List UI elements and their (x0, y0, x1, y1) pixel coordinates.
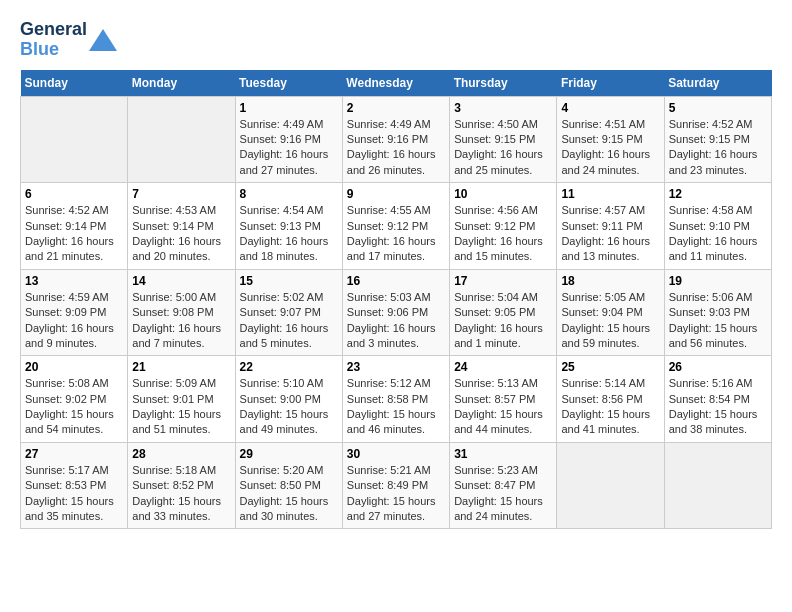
day-info: Sunrise: 4:51 AM Sunset: 9:15 PM Dayligh… (561, 117, 659, 179)
day-number: 30 (347, 447, 445, 461)
day-number: 29 (240, 447, 338, 461)
day-info: Sunrise: 5:17 AM Sunset: 8:53 PM Dayligh… (25, 463, 123, 525)
day-number: 11 (561, 187, 659, 201)
day-number: 15 (240, 274, 338, 288)
day-number: 16 (347, 274, 445, 288)
calendar-cell: 2Sunrise: 4:49 AM Sunset: 9:16 PM Daylig… (342, 96, 449, 183)
day-info: Sunrise: 5:18 AM Sunset: 8:52 PM Dayligh… (132, 463, 230, 525)
day-info: Sunrise: 4:50 AM Sunset: 9:15 PM Dayligh… (454, 117, 552, 179)
day-number: 3 (454, 101, 552, 115)
calendar-cell: 3Sunrise: 4:50 AM Sunset: 9:15 PM Daylig… (450, 96, 557, 183)
calendar-cell (21, 96, 128, 183)
day-number: 21 (132, 360, 230, 374)
day-number: 19 (669, 274, 767, 288)
day-info: Sunrise: 4:49 AM Sunset: 9:16 PM Dayligh… (240, 117, 338, 179)
day-info: Sunrise: 5:06 AM Sunset: 9:03 PM Dayligh… (669, 290, 767, 352)
calendar-cell: 9Sunrise: 4:55 AM Sunset: 9:12 PM Daylig… (342, 183, 449, 270)
day-number: 9 (347, 187, 445, 201)
calendar-body: 1Sunrise: 4:49 AM Sunset: 9:16 PM Daylig… (21, 96, 772, 529)
day-number: 7 (132, 187, 230, 201)
day-info: Sunrise: 5:08 AM Sunset: 9:02 PM Dayligh… (25, 376, 123, 438)
calendar-cell: 1Sunrise: 4:49 AM Sunset: 9:16 PM Daylig… (235, 96, 342, 183)
calendar-cell: 23Sunrise: 5:12 AM Sunset: 8:58 PM Dayli… (342, 356, 449, 443)
calendar-cell (128, 96, 235, 183)
day-info: Sunrise: 4:59 AM Sunset: 9:09 PM Dayligh… (25, 290, 123, 352)
calendar-cell: 18Sunrise: 5:05 AM Sunset: 9:04 PM Dayli… (557, 269, 664, 356)
calendar-cell: 27Sunrise: 5:17 AM Sunset: 8:53 PM Dayli… (21, 442, 128, 529)
calendar-cell: 8Sunrise: 4:54 AM Sunset: 9:13 PM Daylig… (235, 183, 342, 270)
day-info: Sunrise: 4:54 AM Sunset: 9:13 PM Dayligh… (240, 203, 338, 265)
calendar-cell (664, 442, 771, 529)
calendar-cell: 15Sunrise: 5:02 AM Sunset: 9:07 PM Dayli… (235, 269, 342, 356)
day-info: Sunrise: 4:55 AM Sunset: 9:12 PM Dayligh… (347, 203, 445, 265)
day-info: Sunrise: 5:14 AM Sunset: 8:56 PM Dayligh… (561, 376, 659, 438)
page-header: GeneralBlue (20, 20, 772, 60)
day-number: 4 (561, 101, 659, 115)
calendar-cell: 12Sunrise: 4:58 AM Sunset: 9:10 PM Dayli… (664, 183, 771, 270)
calendar-week-5: 27Sunrise: 5:17 AM Sunset: 8:53 PM Dayli… (21, 442, 772, 529)
calendar-cell: 25Sunrise: 5:14 AM Sunset: 8:56 PM Dayli… (557, 356, 664, 443)
calendar-cell: 26Sunrise: 5:16 AM Sunset: 8:54 PM Dayli… (664, 356, 771, 443)
column-header-thursday: Thursday (450, 70, 557, 97)
column-header-friday: Friday (557, 70, 664, 97)
day-number: 25 (561, 360, 659, 374)
day-info: Sunrise: 4:52 AM Sunset: 9:14 PM Dayligh… (25, 203, 123, 265)
day-number: 18 (561, 274, 659, 288)
calendar-cell: 14Sunrise: 5:00 AM Sunset: 9:08 PM Dayli… (128, 269, 235, 356)
day-number: 31 (454, 447, 552, 461)
day-number: 17 (454, 274, 552, 288)
calendar-header: SundayMondayTuesdayWednesdayThursdayFrid… (21, 70, 772, 97)
day-info: Sunrise: 5:12 AM Sunset: 8:58 PM Dayligh… (347, 376, 445, 438)
day-number: 12 (669, 187, 767, 201)
day-number: 24 (454, 360, 552, 374)
day-number: 13 (25, 274, 123, 288)
calendar-cell: 5Sunrise: 4:52 AM Sunset: 9:15 PM Daylig… (664, 96, 771, 183)
calendar-cell: 10Sunrise: 4:56 AM Sunset: 9:12 PM Dayli… (450, 183, 557, 270)
day-info: Sunrise: 4:49 AM Sunset: 9:16 PM Dayligh… (347, 117, 445, 179)
column-header-sunday: Sunday (21, 70, 128, 97)
calendar-cell (557, 442, 664, 529)
calendar-cell: 21Sunrise: 5:09 AM Sunset: 9:01 PM Dayli… (128, 356, 235, 443)
day-info: Sunrise: 5:04 AM Sunset: 9:05 PM Dayligh… (454, 290, 552, 352)
column-header-monday: Monday (128, 70, 235, 97)
calendar-cell: 30Sunrise: 5:21 AM Sunset: 8:49 PM Dayli… (342, 442, 449, 529)
day-number: 27 (25, 447, 123, 461)
day-info: Sunrise: 5:10 AM Sunset: 9:00 PM Dayligh… (240, 376, 338, 438)
day-info: Sunrise: 5:09 AM Sunset: 9:01 PM Dayligh… (132, 376, 230, 438)
day-number: 23 (347, 360, 445, 374)
day-number: 20 (25, 360, 123, 374)
day-number: 26 (669, 360, 767, 374)
day-info: Sunrise: 5:03 AM Sunset: 9:06 PM Dayligh… (347, 290, 445, 352)
day-number: 28 (132, 447, 230, 461)
day-info: Sunrise: 5:21 AM Sunset: 8:49 PM Dayligh… (347, 463, 445, 525)
calendar-cell: 29Sunrise: 5:20 AM Sunset: 8:50 PM Dayli… (235, 442, 342, 529)
day-info: Sunrise: 5:23 AM Sunset: 8:47 PM Dayligh… (454, 463, 552, 525)
day-info: Sunrise: 5:02 AM Sunset: 9:07 PM Dayligh… (240, 290, 338, 352)
calendar-week-1: 1Sunrise: 4:49 AM Sunset: 9:16 PM Daylig… (21, 96, 772, 183)
calendar-cell: 17Sunrise: 5:04 AM Sunset: 9:05 PM Dayli… (450, 269, 557, 356)
calendar-cell: 19Sunrise: 5:06 AM Sunset: 9:03 PM Dayli… (664, 269, 771, 356)
calendar-cell: 13Sunrise: 4:59 AM Sunset: 9:09 PM Dayli… (21, 269, 128, 356)
day-info: Sunrise: 5:16 AM Sunset: 8:54 PM Dayligh… (669, 376, 767, 438)
day-info: Sunrise: 5:05 AM Sunset: 9:04 PM Dayligh… (561, 290, 659, 352)
day-number: 2 (347, 101, 445, 115)
calendar-cell: 6Sunrise: 4:52 AM Sunset: 9:14 PM Daylig… (21, 183, 128, 270)
column-header-wednesday: Wednesday (342, 70, 449, 97)
day-number: 14 (132, 274, 230, 288)
day-info: Sunrise: 5:13 AM Sunset: 8:57 PM Dayligh… (454, 376, 552, 438)
day-info: Sunrise: 4:52 AM Sunset: 9:15 PM Dayligh… (669, 117, 767, 179)
column-header-saturday: Saturday (664, 70, 771, 97)
day-info: Sunrise: 4:58 AM Sunset: 9:10 PM Dayligh… (669, 203, 767, 265)
day-number: 6 (25, 187, 123, 201)
day-info: Sunrise: 4:56 AM Sunset: 9:12 PM Dayligh… (454, 203, 552, 265)
calendar-week-3: 13Sunrise: 4:59 AM Sunset: 9:09 PM Dayli… (21, 269, 772, 356)
calendar-week-2: 6Sunrise: 4:52 AM Sunset: 9:14 PM Daylig… (21, 183, 772, 270)
calendar-cell: 7Sunrise: 4:53 AM Sunset: 9:14 PM Daylig… (128, 183, 235, 270)
day-number: 1 (240, 101, 338, 115)
calendar-table: SundayMondayTuesdayWednesdayThursdayFrid… (20, 70, 772, 530)
calendar-cell: 4Sunrise: 4:51 AM Sunset: 9:15 PM Daylig… (557, 96, 664, 183)
calendar-cell: 20Sunrise: 5:08 AM Sunset: 9:02 PM Dayli… (21, 356, 128, 443)
calendar-cell: 31Sunrise: 5:23 AM Sunset: 8:47 PM Dayli… (450, 442, 557, 529)
logo-icon (89, 29, 117, 51)
day-number: 22 (240, 360, 338, 374)
